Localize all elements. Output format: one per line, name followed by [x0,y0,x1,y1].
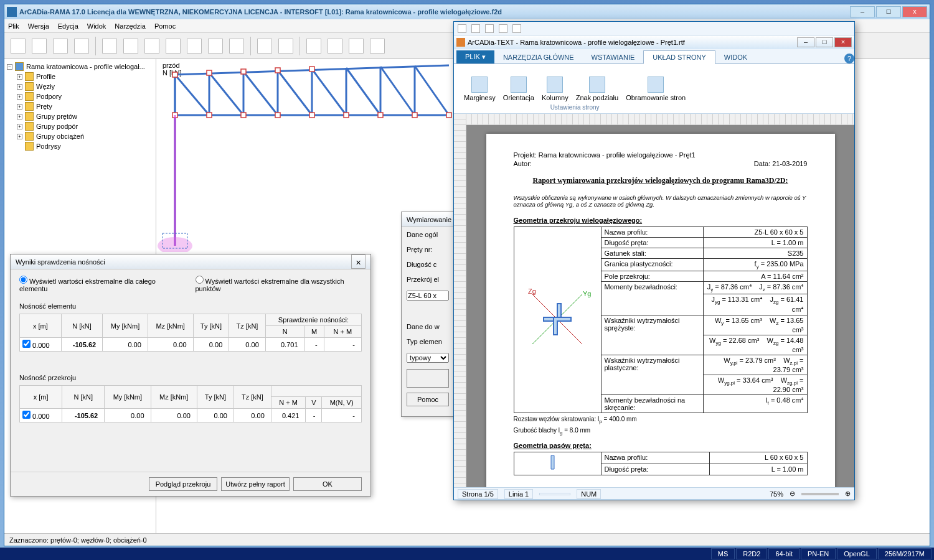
tool-undo-icon[interactable] [257,39,272,54]
expand-icon[interactable]: + [17,74,22,80]
ribbon-tabs: PLIK ▾ NARZĘDZIA GŁÓWNE WSTAWIANIE UKŁAD… [454,49,854,64]
minimize-button[interactable]: – [850,6,875,17]
zoom-slider[interactable] [801,493,839,495]
zoom-out-button[interactable]: ⊖ [790,490,795,498]
dim-label: Długość c [402,257,453,272]
svg-rect-30 [241,69,246,74]
expand-icon[interactable]: + [17,84,22,90]
tab-insert[interactable]: WSTAWIANIE [583,51,644,63]
dim-section-input[interactable] [407,291,449,301]
tree-label: Grupy obciążeń [36,133,84,140]
expand-icon[interactable]: − [7,64,12,70]
qat-print-icon[interactable] [499,24,507,33]
orientation-button[interactable]: Orientacja [503,77,534,101]
qat-new-icon[interactable] [458,24,466,33]
svg-line-18 [415,66,449,115]
row-checkbox[interactable] [22,411,31,419]
expand-icon[interactable]: + [17,104,22,110]
menu-narzedzia[interactable]: Narzędzia [115,22,146,30]
qat-save-icon[interactable] [485,24,494,33]
expand-icon[interactable]: + [17,94,22,100]
folder-icon [25,102,34,111]
tree-root[interactable]: −Rama kratownicowa - profile wielogał... [7,62,153,72]
tab-page-layout[interactable]: UKŁAD STRONY [643,50,715,64]
tree-item-grupy-obciazen[interactable]: +Grupy obciążeń [7,131,153,141]
tool-copy-icon[interactable] [229,39,244,54]
ok-button[interactable]: OK [293,477,362,491]
qat-undo-icon[interactable] [512,24,521,33]
tool-analysis-icon[interactable] [306,39,321,54]
tool-report-icon[interactable] [370,39,385,54]
dim-type-select[interactable]: typowy [407,353,449,363]
tool-saveas-icon[interactable] [74,39,89,54]
geometry-table: Yg Zg Nazwa profilu:Z5-L 60 x 60 x 5 Dłu… [514,226,808,413]
expand-icon[interactable]: + [17,124,22,129]
radio-all-points[interactable]: Wyświetl wartości ekstremalne dla wszyst… [196,276,362,292]
svg-rect-28 [172,72,177,77]
tool-load-icon[interactable] [166,39,181,54]
menu-edycja[interactable]: Edycja [58,22,78,30]
tool-cut-icon[interactable] [187,39,202,54]
tool-save-icon[interactable] [53,39,68,54]
dim-help-button[interactable]: Pomoc [407,393,449,406]
columns-button[interactable]: Kolumny [542,77,568,101]
tab-home[interactable]: NARZĘDZIA GŁÓWNE [494,51,583,63]
editor-maximize-button[interactable]: □ [816,37,833,47]
table-row[interactable]: 0.000-105.620.000.000.000.000.701-- [20,338,362,352]
tool-open-icon[interactable] [32,39,47,54]
expand-icon[interactable]: + [17,134,22,139]
report-heading: Raport wymiarowania przekrojów wielogałę… [514,176,808,185]
table-row[interactable]: 0.000-105.620.000.000.000.000.421-- [20,409,362,422]
maximize-button[interactable]: □ [876,6,901,17]
margins-button[interactable]: Marginesy [464,77,496,101]
dimensioning-dialog: Wymiarowanie Dane ogól Pręty nr: Długość… [401,212,454,417]
editor-minimize-button[interactable]: – [797,37,814,47]
qat-open-icon[interactable] [471,24,480,33]
help-icon[interactable]: ? [844,54,854,63]
svg-line-12 [312,69,346,115]
menu-wersja[interactable]: Wersja [28,22,49,30]
editor-close-button[interactable]: × [834,37,852,47]
borders-button[interactable]: Obramowanie stron [626,77,686,101]
tree-label: Węzły [36,83,55,90]
expand-icon[interactable]: + [17,114,22,119]
break-button[interactable]: Znak podziału [576,77,619,101]
menu-plik[interactable]: Plik [8,22,19,30]
row-checkbox[interactable] [22,340,31,348]
separator [300,37,300,55]
tree-item-wezly[interactable]: +Węzły [7,82,153,91]
radio-whole-element[interactable]: Wyświetl wartości ekstremalne dla całego… [19,276,177,292]
tool-redo-icon[interactable] [278,39,293,54]
tree-item-podpory[interactable]: +Podpory [7,91,153,101]
full-report-button[interactable]: Utwórz pełny raport [221,477,290,491]
tool-move-icon[interactable] [208,39,223,54]
tab-view[interactable]: WIDOK [715,51,756,63]
tree-item-grupy-pretow[interactable]: +Grupy prętów [7,111,153,121]
svg-line-14 [346,68,380,115]
tree-item-grupy-podpor[interactable]: +Grupy podpór [7,121,153,131]
dim-calc-button[interactable] [407,369,449,388]
tool-element-icon[interactable] [123,39,138,54]
tool-node-icon[interactable] [102,39,117,54]
main-title: ArCADia-RAMA 17.0 Licencja dla WEWNĘTRZN… [19,8,850,16]
tool-new-icon[interactable] [11,39,26,54]
close-button[interactable]: x [902,6,927,17]
main-statusbar: Zaznaczono: prętów-0; węzłów-0; obciążeń… [4,533,930,546]
tree-item-prety[interactable]: +Pręty [7,101,153,111]
tree-item-profile[interactable]: +Profile [7,72,153,82]
tool-filter-icon[interactable] [328,39,342,54]
document-scroll[interactable]: Projekt: Rama kratownicowa - profile wie… [466,125,854,487]
editor-title: ArCADia-TEXT - Rama kratownicowa - profi… [465,39,796,46]
tag-pnen: PN-EN [801,548,836,559]
file-tab[interactable]: PLIK ▾ [456,50,494,63]
preview-section-button[interactable]: Podgląd przekroju [149,477,217,491]
menu-pomoc[interactable]: Pomoc [154,22,176,30]
svg-line-10 [278,70,312,115]
tool-support-icon[interactable] [144,39,159,54]
close-icon[interactable]: ✕ [351,254,366,269]
editor-window: ArCADia-TEXT - Rama kratownicowa - profi… [453,21,855,500]
tree-item-podrysy[interactable]: Podrysy [7,141,153,151]
zoom-in-button[interactable]: ⊕ [845,490,851,498]
menu-widok[interactable]: Widok [87,22,106,30]
tool-results-icon[interactable] [349,39,364,54]
